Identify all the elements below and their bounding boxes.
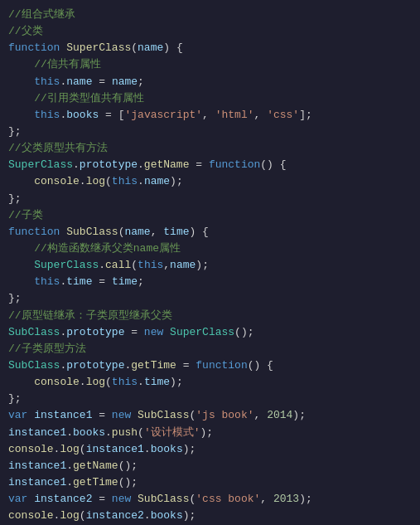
plain-token: ( bbox=[131, 41, 138, 54]
code-line: //父类原型共有方法 bbox=[8, 140, 412, 157]
code-line: console.log(instance2.books); bbox=[8, 508, 412, 524]
plain-token: = bbox=[189, 158, 208, 171]
plain-token bbox=[8, 58, 34, 70]
number-token: 2013 bbox=[273, 493, 299, 505]
keyword-token: function bbox=[209, 158, 260, 171]
code-line: }; bbox=[8, 191, 412, 207]
property-token: books bbox=[151, 509, 183, 522]
fn-name-token: log bbox=[86, 175, 105, 187]
plain-token: ); bbox=[183, 509, 196, 522]
var-kw-token: var bbox=[8, 409, 27, 421]
plain-token: . bbox=[99, 259, 105, 271]
fn-name-token: getName bbox=[73, 459, 118, 472]
fn-name-token: call bbox=[105, 259, 131, 271]
property-token: prototype bbox=[66, 326, 124, 338]
fn-name-token: push bbox=[112, 426, 138, 439]
fn-name-token: getTime bbox=[73, 476, 118, 489]
code-line: SubClass.prototype.getTime = function() … bbox=[8, 357, 412, 374]
plain-token: . bbox=[138, 158, 144, 171]
plain-token: . bbox=[66, 459, 73, 472]
plain-token: ); bbox=[299, 493, 312, 505]
property-token: books bbox=[73, 426, 105, 439]
comment-token: //子类 bbox=[8, 209, 43, 221]
keyword-token: function bbox=[196, 359, 247, 372]
plain-token: ); bbox=[183, 443, 196, 455]
code-line: console.log(instance1.books); bbox=[8, 441, 412, 458]
plain-token: ]; bbox=[299, 109, 312, 121]
param-token: name bbox=[112, 75, 138, 88]
string-token: 'html' bbox=[215, 109, 254, 121]
plain-token: (); bbox=[118, 459, 138, 472]
keyword-token: new bbox=[112, 493, 131, 505]
plain-token: , bbox=[151, 226, 164, 238]
plain-token: = bbox=[176, 359, 196, 372]
plain-token: }; bbox=[8, 125, 22, 138]
plain-token: ( bbox=[105, 376, 112, 388]
plain-token: . bbox=[80, 376, 86, 388]
fn-name-token: getTime bbox=[131, 359, 176, 372]
property-token: time bbox=[144, 376, 170, 388]
comment-token: //组合式继承 bbox=[8, 8, 75, 21]
code-line: var instance2 = new SubClass('css book',… bbox=[8, 491, 412, 508]
fn-name-token: SubClass bbox=[138, 493, 189, 505]
code-line: console.log(this.time); bbox=[8, 374, 412, 391]
this-kw-token: this bbox=[138, 259, 163, 271]
property-token: instance2 bbox=[86, 509, 144, 522]
plain-token: }; bbox=[8, 392, 22, 405]
plain-token: () { bbox=[248, 359, 273, 372]
plain-token: ; bbox=[138, 75, 144, 88]
plain-token bbox=[8, 275, 34, 288]
comment-token: //原型链继承：子类原型继承父类 bbox=[8, 309, 172, 322]
comment-token: //引用类型值共有属性 bbox=[34, 92, 144, 105]
comment-token: //构造函数继承父类name属性 bbox=[34, 242, 181, 255]
property-token: time bbox=[66, 275, 92, 288]
string-token: 'javascript' bbox=[124, 109, 202, 121]
code-line: this.books = ['javascript', 'html', 'css… bbox=[8, 107, 412, 124]
fn-name-token: SubClass bbox=[66, 226, 118, 238]
param-token: time bbox=[112, 275, 138, 288]
plain-token bbox=[8, 376, 34, 388]
plain-token: (); bbox=[118, 476, 138, 489]
plain-token: ( bbox=[105, 175, 112, 187]
plain-token: . bbox=[138, 376, 144, 388]
plain-token bbox=[131, 493, 138, 505]
this-kw-token: this bbox=[34, 109, 60, 121]
plain-token: = bbox=[92, 409, 111, 421]
code-line: this.name = name; bbox=[8, 74, 412, 90]
code-line: SuperClass.prototype.getName = function(… bbox=[8, 157, 412, 173]
plain-token bbox=[8, 175, 34, 187]
string-token: 'css' bbox=[267, 109, 299, 121]
code-line: SuperClass.call(this,name); bbox=[8, 257, 412, 274]
plain-token bbox=[8, 92, 34, 105]
log-fn-token: console bbox=[8, 509, 54, 522]
code-line: }; bbox=[8, 290, 412, 307]
property-token: name bbox=[144, 175, 170, 187]
this-kw-token: this bbox=[112, 175, 138, 187]
plain-token: () { bbox=[260, 158, 286, 171]
property-token: instance1 bbox=[8, 476, 66, 489]
code-line: console.log(this.name); bbox=[8, 173, 412, 190]
code-line: instance1.getTime(); bbox=[8, 474, 412, 491]
plain-token bbox=[163, 326, 170, 338]
keyword-token: function bbox=[8, 41, 60, 54]
string-token: 'js book' bbox=[196, 409, 253, 421]
plain-token: , bbox=[254, 109, 268, 121]
code-line: function SubClass(name, time) { bbox=[8, 224, 412, 241]
class-name-token: SuperClass bbox=[34, 259, 99, 271]
plain-token: ( bbox=[138, 426, 144, 439]
code-line: var instance1 = new SubClass('js book', … bbox=[8, 407, 412, 424]
plain-token: . bbox=[80, 175, 86, 187]
plain-token bbox=[8, 242, 34, 255]
number-token: 2014 bbox=[267, 409, 292, 421]
code-line: //信共有属性 bbox=[8, 56, 412, 73]
plain-token: }; bbox=[8, 192, 22, 205]
param-token: name bbox=[138, 41, 163, 54]
log-fn-token: console bbox=[34, 376, 80, 388]
log-fn-token: console bbox=[8, 443, 54, 455]
plain-token: = [ bbox=[99, 109, 124, 121]
plain-token: , bbox=[254, 409, 268, 421]
plain-token: ( bbox=[80, 443, 86, 455]
param-token: name bbox=[170, 259, 196, 271]
plain-token: , bbox=[163, 259, 170, 271]
code-line: //子类 bbox=[8, 207, 412, 224]
